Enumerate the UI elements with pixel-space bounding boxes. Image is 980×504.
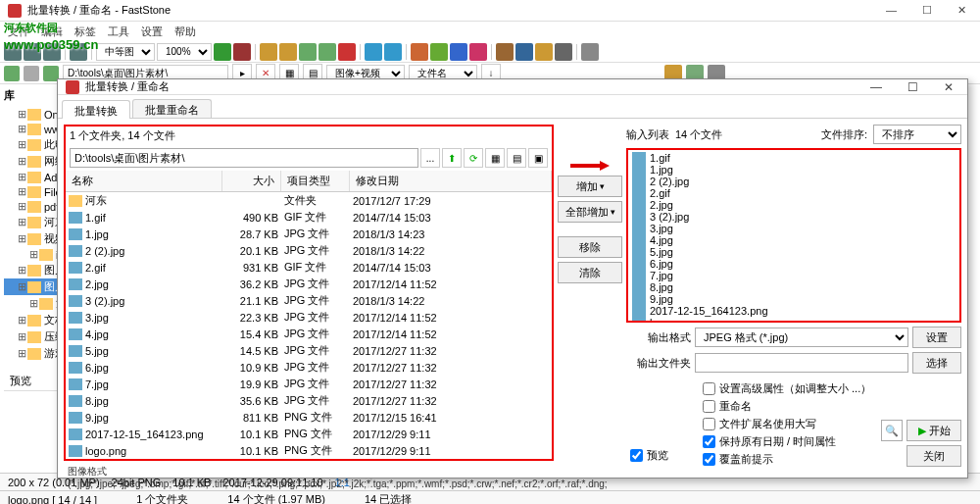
col-name[interactable]: 名称: [66, 171, 222, 191]
tab-batch-convert[interactable]: 批量转换: [62, 100, 130, 119]
dialog-close-btn[interactable]: 关闭: [906, 445, 961, 467]
tool-icon[interactable]: [260, 43, 277, 61]
input-list-item[interactable]: 2.gif: [630, 187, 957, 199]
text-icon[interactable]: [469, 43, 487, 61]
crop-icon[interactable]: [450, 43, 467, 61]
menu-help[interactable]: 帮助: [174, 25, 196, 39]
minimize-button[interactable]: —: [880, 4, 903, 17]
layout-icon[interactable]: [4, 43, 22, 61]
file-row[interactable]: logo.png10.1 KBPNG 文件2017/12/29 9:11: [66, 442, 552, 459]
input-list-item[interactable]: 7.jpg: [630, 270, 957, 281]
zoomin-icon[interactable]: [214, 43, 231, 61]
input-list-item[interactable]: 3.jpg: [630, 223, 957, 234]
menu-tag[interactable]: 标签: [74, 25, 96, 39]
input-list-item[interactable]: 2.jpg: [630, 199, 957, 211]
tab-batch-rename[interactable]: 批量重命名: [132, 99, 212, 118]
col-size[interactable]: 大小: [222, 171, 281, 191]
zoom-percent-select[interactable]: 100%: [157, 43, 212, 61]
layout2-icon[interactable]: [24, 43, 41, 61]
input-list-item[interactable]: 5.jpg: [630, 246, 957, 258]
paste-icon[interactable]: [318, 43, 336, 61]
up-folder-icon[interactable]: ⬆: [442, 148, 462, 168]
file-row[interactable]: 1.jpg28.7 KBJPG 文件2018/1/3 14:23: [66, 226, 552, 242]
menu-settings[interactable]: 设置: [141, 25, 163, 39]
file-row[interactable]: 河东文件夹2017/12/7 17:29: [66, 192, 552, 209]
thumbnail-view-icon[interactable]: ▣: [528, 148, 548, 168]
remove-button[interactable]: 移除: [558, 236, 622, 258]
input-list-item[interactable]: 2017-12-15_164123.png: [630, 305, 957, 317]
dialog-path-input[interactable]: [70, 148, 418, 168]
input-list-item[interactable]: 6.jpg: [630, 258, 957, 270]
dialog-close-button[interactable]: ✕: [938, 80, 959, 94]
file-row[interactable]: 7.jpg19.9 KBJPG 文件2017/12/27 11:32: [66, 376, 552, 392]
source-file-list[interactable]: 名称 大小 项目类型 修改日期 河东文件夹2017/12/7 17:291.gi…: [64, 171, 554, 461]
file-row[interactable]: 2 (2).jpg20.1 KBJPG 文件2018/1/3 14:22: [66, 242, 552, 259]
file-row[interactable]: 6.jpg10.9 KBJPG 文件2017/12/27 11:32: [66, 359, 552, 376]
input-file-list[interactable]: 1.gif1.jpg2 (2).jpg2.gif2.jpg3 (2).jpg3.…: [626, 148, 961, 323]
file-row[interactable]: 3.jpg22.3 KBJPG 文件2017/12/14 11:52: [66, 309, 552, 326]
preview-checkbox[interactable]: 预览: [626, 444, 675, 467]
input-list-item[interactable]: 9.jpg: [630, 293, 957, 305]
output-format-select[interactable]: JPEG 格式 (*.jpg): [695, 328, 908, 347]
copy-icon[interactable]: [299, 43, 317, 61]
dialog-maximize-button[interactable]: ☐: [902, 80, 924, 94]
rotate-right-icon[interactable]: [384, 43, 402, 61]
output-folder-input[interactable]: [695, 353, 908, 373]
refresh-folder-icon[interactable]: ⟳: [464, 148, 483, 168]
dialog-minimize-button[interactable]: —: [864, 80, 888, 94]
input-list-item[interactable]: 4.jpg: [630, 234, 957, 246]
menu-tools[interactable]: 工具: [108, 25, 129, 39]
option-checkbox[interactable]: 文件扩展名使用大写: [703, 417, 873, 431]
file-row[interactable]: 2017-12-15_164123.png10.1 KBPNG 文件2017/1…: [66, 426, 552, 442]
sort-dropdown[interactable]: 不排序: [873, 125, 961, 144]
resize-icon[interactable]: [430, 43, 448, 61]
input-list-item[interactable]: 2 (2).jpg: [630, 176, 957, 187]
fullscreen-icon[interactable]: [70, 43, 87, 61]
col-type[interactable]: 项目类型: [281, 171, 350, 191]
zoom-select[interactable]: 中等图: [96, 43, 155, 61]
zoomout-icon[interactable]: [233, 43, 251, 61]
print-icon[interactable]: [555, 43, 572, 61]
magnifier-icon[interactable]: 🔍: [881, 420, 903, 441]
option-checkbox[interactable]: 覆盖前提示: [703, 452, 873, 467]
input-list-item[interactable]: 3 (2).jpg: [630, 211, 957, 223]
menu-edit[interactable]: 编辑: [41, 25, 63, 39]
layout3-icon[interactable]: [43, 43, 61, 61]
file-row[interactable]: 5.jpg14.5 KBJPG 文件2017/12/27 11:32: [66, 342, 552, 359]
rotate-left-icon[interactable]: [365, 43, 382, 61]
maximize-button[interactable]: ☐: [916, 4, 938, 17]
menu-file[interactable]: 文件: [8, 25, 29, 39]
input-list-item[interactable]: 8.jpg: [630, 281, 957, 293]
list-view-icon[interactable]: ▦: [485, 148, 505, 168]
browse-button[interactable]: ...: [420, 148, 440, 168]
file-row[interactable]: 2.gif931 KBGIF 文件2014/7/14 15:03: [66, 259, 552, 276]
option-checkbox[interactable]: 设置高级属性（如调整大小 ...）: [703, 381, 873, 396]
input-list-item[interactable]: 1.gif: [630, 152, 957, 164]
add-button[interactable]: 增加▾: [558, 176, 622, 197]
settings-icon[interactable]: [581, 43, 599, 61]
select-folder-button[interactable]: 选择: [912, 352, 961, 374]
close-button[interactable]: ✕: [952, 4, 972, 17]
option-checkbox[interactable]: 保持原有日期 / 时间属性: [703, 434, 873, 449]
settings-button[interactable]: 设置: [912, 327, 961, 348]
col-date[interactable]: 修改日期: [350, 171, 552, 191]
start-button[interactable]: ▶开始: [906, 420, 961, 441]
file-row[interactable]: 1.gif490 KBGIF 文件2014/7/14 15:03: [66, 209, 552, 226]
color-icon[interactable]: [411, 43, 428, 61]
tool2-icon[interactable]: [279, 43, 297, 61]
slideshow-icon[interactable]: [496, 43, 514, 61]
clear-button[interactable]: 清除: [558, 262, 622, 283]
file-row[interactable]: 8.jpg35.6 KBJPG 文件2017/12/27 11:32: [66, 392, 552, 409]
file-row[interactable]: 9.jpg811 KBPNG 文件2017/12/15 16:41: [66, 409, 552, 426]
file-row[interactable]: 4.jpg15.4 KBJPG 文件2017/12/14 11:52: [66, 326, 552, 342]
file-row[interactable]: 3 (2).jpg21.1 KBJPG 文件2018/1/3 14:22: [66, 292, 552, 309]
detail-view-icon[interactable]: ▤: [507, 148, 526, 168]
email-icon[interactable]: [535, 43, 553, 61]
compare-icon[interactable]: [515, 43, 533, 61]
add-all-button[interactable]: 全部增加▾: [558, 201, 622, 223]
option-checkbox[interactable]: 重命名: [703, 399, 873, 414]
delete-icon[interactable]: [338, 43, 356, 61]
nav-back-icon[interactable]: [4, 66, 20, 81]
nav-fwd-icon[interactable]: [24, 66, 39, 81]
file-row[interactable]: 2.jpg36.2 KBJPG 文件2017/12/14 11:52: [66, 276, 552, 292]
